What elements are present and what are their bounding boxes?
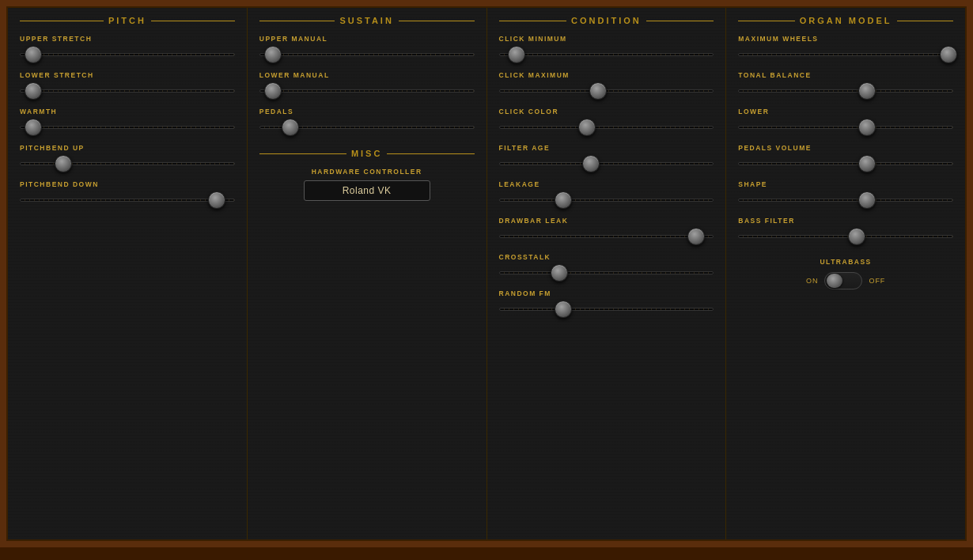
random-fm-slider[interactable] bbox=[499, 301, 714, 318]
pedals-volume-group: PEDALS VOLUME bbox=[738, 144, 953, 172]
lower-manual-thumb[interactable] bbox=[264, 82, 282, 100]
tonal-balance-label: TONAL BALANCE bbox=[738, 71, 953, 79]
leakage-label: LEAKAGE bbox=[499, 180, 714, 188]
pedals-thumb[interactable] bbox=[282, 119, 299, 136]
pitchbend-down-track bbox=[20, 199, 235, 202]
pedals-volume-label: PEDALS VOLUME bbox=[738, 144, 953, 152]
click-maximum-slider[interactable] bbox=[499, 82, 714, 100]
leakage-track bbox=[499, 199, 714, 202]
drawbar-leak-thumb[interactable] bbox=[687, 228, 705, 245]
sustain-section: SUSTAIN UPPER MANUAL LOWER MANUAL PEDALS bbox=[248, 8, 487, 539]
lower-stretch-slider[interactable] bbox=[20, 82, 235, 100]
drawbar-leak-group: DRAWBAR LEAK bbox=[499, 217, 714, 245]
pitchbend-down-group: PITCHBEND DOWN bbox=[20, 180, 235, 209]
leakage-group: LEAKAGE bbox=[499, 180, 714, 209]
lower-label: LOWER bbox=[738, 108, 953, 115]
click-maximum-label: CLICK MAXIMUM bbox=[499, 71, 714, 79]
shape-slider[interactable] bbox=[738, 191, 953, 209]
organ-model-title: ORGAN MODEL bbox=[738, 16, 953, 25]
pitchbend-down-thumb[interactable] bbox=[208, 191, 225, 209]
hardware-controller-dropdown[interactable]: Roland VK bbox=[304, 180, 430, 201]
lower-group: LOWER bbox=[738, 108, 953, 136]
pitchbend-up-thumb[interactable] bbox=[55, 155, 72, 172]
upper-manual-thumb[interactable] bbox=[264, 46, 282, 63]
filter-age-thumb[interactable] bbox=[582, 155, 600, 172]
lower-thumb[interactable] bbox=[858, 119, 876, 136]
crosstalk-label: CROSSTALK bbox=[499, 253, 714, 261]
tonal-balance-track bbox=[738, 89, 953, 93]
tonal-balance-thumb[interactable] bbox=[858, 82, 876, 100]
leakage-thumb[interactable] bbox=[555, 191, 572, 209]
crosstalk-slider[interactable] bbox=[499, 264, 714, 282]
warmth-group: WARMTH bbox=[20, 108, 235, 136]
organ-model-section: ORGAN MODEL MAXIMUM WHEELS TONAL BALANCE… bbox=[726, 8, 965, 539]
tonal-balance-slider[interactable] bbox=[738, 82, 953, 100]
click-color-group: CLICK COLOR bbox=[499, 108, 714, 136]
random-fm-group: RANDOM FM bbox=[499, 289, 714, 318]
click-minimum-slider[interactable] bbox=[499, 46, 714, 63]
upper-stretch-thumb[interactable] bbox=[25, 46, 42, 63]
drawbar-leak-track bbox=[499, 235, 714, 238]
filter-age-label: FILTER AGE bbox=[499, 144, 714, 152]
upper-manual-track bbox=[259, 53, 475, 56]
click-maximum-track bbox=[499, 89, 714, 93]
click-minimum-track bbox=[499, 53, 714, 56]
crosstalk-group: CROSSTALK bbox=[499, 253, 714, 282]
upper-stretch-track bbox=[20, 53, 235, 56]
pitchbend-up-track bbox=[20, 162, 235, 165]
pitchbend-down-slider[interactable] bbox=[20, 191, 235, 209]
pitch-section: PITCH UPPER STRETCH LOWER STRETCH WARMTH bbox=[8, 8, 248, 539]
pitchbend-up-label: PITCHBEND UP bbox=[20, 144, 235, 152]
click-minimum-group: CLICK MINIMUM bbox=[499, 35, 714, 63]
condition-title: CONDITION bbox=[499, 16, 714, 25]
drawbar-leak-slider[interactable] bbox=[499, 228, 714, 245]
bottom-bar bbox=[0, 547, 973, 560]
maximum-wheels-label: MAXIMUM WHEELS bbox=[738, 35, 953, 43]
random-fm-thumb[interactable] bbox=[555, 301, 572, 318]
warmth-slider[interactable] bbox=[20, 119, 235, 136]
crosstalk-thumb[interactable] bbox=[551, 264, 568, 282]
pitchbend-down-label: PITCHBEND DOWN bbox=[20, 180, 235, 188]
lower-slider[interactable] bbox=[738, 119, 953, 136]
hardware-controller-group: HARDWARE CONTROLLER Roland VK bbox=[259, 168, 475, 201]
pedals-volume-slider[interactable] bbox=[738, 155, 953, 172]
warmth-label: WARMTH bbox=[20, 108, 235, 115]
click-maximum-group: CLICK MAXIMUM bbox=[499, 71, 714, 100]
upper-manual-group: UPPER MANUAL bbox=[259, 35, 475, 63]
ultrabass-toggle[interactable] bbox=[824, 272, 862, 289]
bass-filter-slider[interactable] bbox=[738, 228, 953, 245]
ultrabass-off-label: OFF bbox=[869, 277, 885, 285]
maximum-wheels-slider[interactable] bbox=[738, 46, 953, 63]
click-color-thumb[interactable] bbox=[578, 119, 596, 136]
click-maximum-thumb[interactable] bbox=[589, 82, 607, 100]
filter-age-slider[interactable] bbox=[499, 155, 714, 172]
maximum-wheels-thumb[interactable] bbox=[940, 46, 957, 63]
lower-stretch-thumb[interactable] bbox=[25, 82, 42, 100]
warmth-thumb[interactable] bbox=[25, 119, 42, 136]
click-color-slider[interactable] bbox=[499, 119, 714, 136]
ultrabass-group: ULTRABASS ON OFF bbox=[738, 258, 953, 289]
lower-track bbox=[738, 126, 953, 129]
upper-stretch-group: UPPER STRETCH bbox=[20, 35, 235, 63]
shape-track bbox=[738, 199, 953, 202]
upper-stretch-slider[interactable] bbox=[20, 46, 235, 63]
misc-title: MISC bbox=[259, 149, 475, 158]
pedals-label: PEDALS bbox=[259, 108, 475, 115]
shape-thumb[interactable] bbox=[858, 191, 876, 209]
bass-filter-thumb[interactable] bbox=[848, 228, 865, 245]
lower-manual-group: LOWER MANUAL bbox=[259, 71, 475, 100]
lower-manual-slider[interactable] bbox=[259, 82, 475, 100]
pedals-slider[interactable] bbox=[259, 119, 475, 136]
upper-manual-slider[interactable] bbox=[259, 46, 475, 63]
leakage-slider[interactable] bbox=[499, 191, 714, 209]
bass-filter-label: BASS FILTER bbox=[738, 217, 953, 225]
drawbar-leak-label: DRAWBAR LEAK bbox=[499, 217, 714, 225]
shape-label: SHAPE bbox=[738, 180, 953, 188]
tonal-balance-group: TONAL BALANCE bbox=[738, 71, 953, 100]
pitchbend-up-slider[interactable] bbox=[20, 155, 235, 172]
maximum-wheels-track bbox=[738, 53, 953, 56]
pedals-volume-thumb[interactable] bbox=[858, 155, 876, 172]
click-minimum-thumb[interactable] bbox=[508, 46, 525, 63]
maximum-wheels-group: MAXIMUM WHEELS bbox=[738, 35, 953, 63]
bass-filter-group: BASS FILTER bbox=[738, 217, 953, 245]
